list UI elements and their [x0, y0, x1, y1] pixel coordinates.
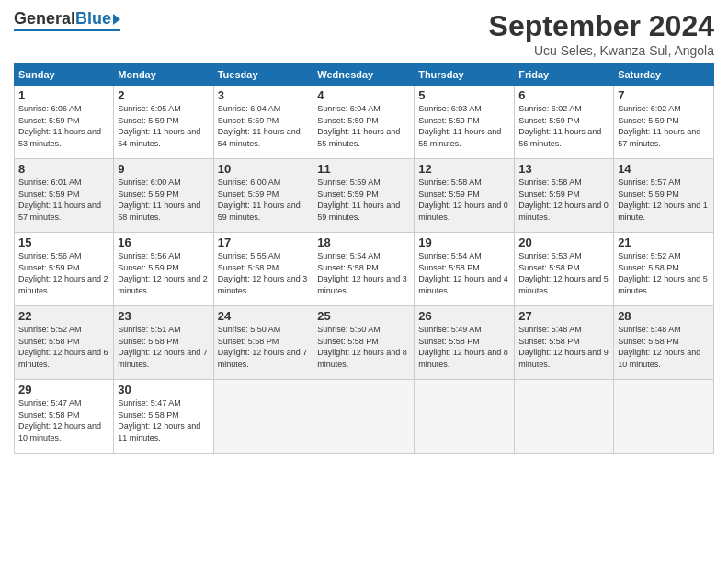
day-number: 26 [418, 309, 510, 323]
day-number: 14 [618, 162, 710, 176]
table-row: 13Sunrise: 5:58 AMSunset: 5:59 PMDayligh… [515, 159, 614, 233]
day-number: 16 [118, 236, 209, 249]
day-number: 20 [518, 236, 609, 249]
table-row: 12Sunrise: 5:58 AMSunset: 5:59 PMDayligh… [415, 159, 515, 233]
logo-arrow-icon [113, 14, 120, 25]
day-info: Sunrise: 5:51 AMSunset: 5:58 PMDaylight:… [118, 324, 209, 370]
day-number: 15 [18, 236, 109, 249]
day-number: 24 [218, 309, 310, 323]
table-row: 11Sunrise: 5:59 AMSunset: 5:59 PMDayligh… [313, 159, 415, 233]
table-row: 29Sunrise: 5:47 AMSunset: 5:58 PMDayligh… [15, 380, 114, 454]
col-wednesday: Wednesday [313, 64, 415, 86]
table-row: 14Sunrise: 5:57 AMSunset: 5:59 PMDayligh… [614, 159, 714, 233]
day-info: Sunrise: 5:54 AMSunset: 5:58 PMDaylight:… [317, 250, 410, 296]
table-row: 21Sunrise: 5:52 AMSunset: 5:58 PMDayligh… [614, 233, 714, 306]
day-number: 13 [518, 162, 609, 176]
calendar-week-row: 1Sunrise: 6:06 AMSunset: 5:59 PMDaylight… [15, 86, 714, 159]
table-row: 8Sunrise: 6:01 AMSunset: 5:59 PMDaylight… [15, 159, 114, 233]
table-row: 1Sunrise: 6:06 AMSunset: 5:59 PMDaylight… [15, 86, 114, 159]
day-info: Sunrise: 5:59 AMSunset: 5:59 PMDaylight:… [317, 177, 410, 223]
day-info: Sunrise: 6:04 AMSunset: 5:59 PMDaylight:… [317, 103, 410, 149]
day-info: Sunrise: 5:55 AMSunset: 5:58 PMDaylight:… [218, 250, 310, 296]
table-row: 26Sunrise: 5:49 AMSunset: 5:58 PMDayligh… [415, 306, 515, 380]
day-number: 6 [518, 88, 609, 102]
day-info: Sunrise: 5:58 AMSunset: 5:59 PMDaylight:… [518, 177, 609, 223]
day-number: 18 [317, 236, 410, 249]
day-info: Sunrise: 5:58 AMSunset: 5:59 PMDaylight:… [418, 177, 510, 223]
location-subtitle: Ucu Seles, Kwanza Sul, Angola [489, 43, 714, 58]
table-row: 27Sunrise: 5:48 AMSunset: 5:58 PMDayligh… [515, 306, 614, 380]
col-monday: Monday [114, 64, 213, 86]
calendar-week-row: 22Sunrise: 5:52 AMSunset: 5:58 PMDayligh… [15, 306, 714, 380]
day-number: 10 [218, 162, 310, 176]
day-number: 28 [618, 309, 710, 323]
table-row: 3Sunrise: 6:04 AMSunset: 5:59 PMDaylight… [213, 86, 313, 159]
table-row [313, 380, 415, 454]
table-row: 5Sunrise: 6:03 AMSunset: 5:59 PMDaylight… [415, 86, 515, 159]
table-row: 30Sunrise: 5:47 AMSunset: 5:58 PMDayligh… [114, 380, 213, 454]
day-info: Sunrise: 6:05 AMSunset: 5:59 PMDaylight:… [118, 103, 209, 149]
day-info: Sunrise: 5:57 AMSunset: 5:59 PMDaylight:… [618, 177, 710, 223]
day-info: Sunrise: 5:50 AMSunset: 5:58 PMDaylight:… [317, 324, 410, 370]
title-block: September 2024 Ucu Seles, Kwanza Sul, An… [489, 9, 714, 58]
day-number: 30 [118, 383, 209, 396]
day-info: Sunrise: 5:54 AMSunset: 5:58 PMDaylight:… [418, 250, 510, 296]
col-sunday: Sunday [15, 64, 114, 86]
table-row: 4Sunrise: 6:04 AMSunset: 5:59 PMDaylight… [313, 86, 415, 159]
table-row: 18Sunrise: 5:54 AMSunset: 5:58 PMDayligh… [313, 233, 415, 306]
day-info: Sunrise: 5:52 AMSunset: 5:58 PMDaylight:… [18, 324, 109, 370]
day-number: 23 [118, 309, 209, 323]
day-number: 9 [118, 162, 209, 176]
day-info: Sunrise: 6:01 AMSunset: 5:59 PMDaylight:… [18, 177, 109, 223]
day-number: 2 [118, 88, 209, 102]
table-row: 6Sunrise: 6:02 AMSunset: 5:59 PMDaylight… [515, 86, 614, 159]
calendar-week-row: 8Sunrise: 6:01 AMSunset: 5:59 PMDaylight… [15, 159, 714, 233]
table-row: 2Sunrise: 6:05 AMSunset: 5:59 PMDaylight… [114, 86, 213, 159]
day-info: Sunrise: 5:53 AMSunset: 5:58 PMDaylight:… [518, 250, 609, 296]
day-info: Sunrise: 5:47 AMSunset: 5:58 PMDaylight:… [18, 397, 109, 443]
col-tuesday: Tuesday [213, 64, 313, 86]
table-row: 23Sunrise: 5:51 AMSunset: 5:58 PMDayligh… [114, 306, 213, 380]
table-row [614, 380, 714, 454]
table-row: 9Sunrise: 6:00 AMSunset: 5:59 PMDaylight… [114, 159, 213, 233]
month-title: September 2024 [489, 9, 714, 43]
table-row [213, 380, 313, 454]
day-info: Sunrise: 5:47 AMSunset: 5:58 PMDaylight:… [118, 397, 209, 443]
day-info: Sunrise: 6:00 AMSunset: 5:59 PMDaylight:… [118, 177, 209, 223]
day-info: Sunrise: 5:56 AMSunset: 5:59 PMDaylight:… [18, 250, 109, 296]
table-row: 19Sunrise: 5:54 AMSunset: 5:58 PMDayligh… [415, 233, 515, 306]
day-info: Sunrise: 5:52 AMSunset: 5:58 PMDaylight:… [618, 250, 710, 296]
logo-general-text: General [14, 9, 75, 29]
col-thursday: Thursday [415, 64, 515, 86]
day-number: 22 [18, 309, 109, 323]
day-info: Sunrise: 5:50 AMSunset: 5:58 PMDaylight:… [218, 324, 310, 370]
table-row: 16Sunrise: 5:56 AMSunset: 5:59 PMDayligh… [114, 233, 213, 306]
day-number: 17 [218, 236, 310, 249]
col-friday: Friday [515, 64, 614, 86]
col-saturday: Saturday [614, 64, 714, 86]
calendar-table: Sunday Monday Tuesday Wednesday Thursday… [14, 63, 714, 454]
day-number: 5 [418, 88, 510, 102]
day-number: 8 [18, 162, 109, 176]
day-info: Sunrise: 6:02 AMSunset: 5:59 PMDaylight:… [518, 103, 609, 149]
calendar-header-row: Sunday Monday Tuesday Wednesday Thursday… [15, 64, 714, 86]
header: General Blue September 2024 Ucu Seles, K… [14, 9, 714, 58]
table-row: 24Sunrise: 5:50 AMSunset: 5:58 PMDayligh… [213, 306, 313, 380]
day-info: Sunrise: 6:00 AMSunset: 5:59 PMDaylight:… [218, 177, 310, 223]
day-number: 27 [518, 309, 609, 323]
day-number: 4 [317, 88, 410, 102]
table-row [515, 380, 614, 454]
day-number: 7 [618, 88, 710, 102]
day-info: Sunrise: 6:03 AMSunset: 5:59 PMDaylight:… [418, 103, 510, 149]
day-number: 1 [18, 88, 109, 102]
day-number: 11 [317, 162, 410, 176]
calendar-week-row: 29Sunrise: 5:47 AMSunset: 5:58 PMDayligh… [15, 380, 714, 454]
table-row: 7Sunrise: 6:02 AMSunset: 5:59 PMDaylight… [614, 86, 714, 159]
logo: General Blue [14, 9, 120, 31]
day-info: Sunrise: 6:02 AMSunset: 5:59 PMDaylight:… [618, 103, 710, 149]
day-number: 12 [418, 162, 510, 176]
table-row: 20Sunrise: 5:53 AMSunset: 5:58 PMDayligh… [515, 233, 614, 306]
table-row: 17Sunrise: 5:55 AMSunset: 5:58 PMDayligh… [213, 233, 313, 306]
logo-blue-text: Blue [75, 9, 111, 29]
calendar-week-row: 15Sunrise: 5:56 AMSunset: 5:59 PMDayligh… [15, 233, 714, 306]
